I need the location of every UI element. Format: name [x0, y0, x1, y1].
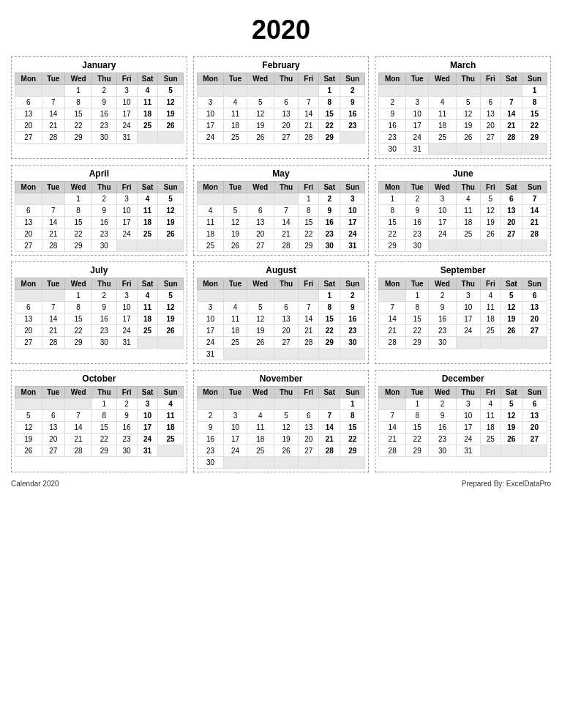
- day-cell: [379, 290, 406, 302]
- footer-right: Prepared By: ExcelDataPro: [462, 480, 551, 488]
- week-row: 21222324252627: [379, 434, 547, 445]
- day-cell: 17: [197, 325, 224, 337]
- day-cell: 23: [92, 325, 116, 337]
- day-cell: 12: [501, 410, 522, 422]
- day-cell: 22: [319, 325, 340, 337]
- day-cell: 22: [64, 120, 91, 132]
- day-cell: 2: [340, 290, 365, 302]
- day-cell: 4: [137, 193, 158, 205]
- day-header-sat: Sat: [319, 182, 340, 193]
- day-cell: 8: [64, 97, 91, 108]
- day-cell: 13: [15, 313, 42, 325]
- day-cell: 24: [116, 120, 137, 132]
- day-header-tue: Tue: [406, 278, 429, 290]
- day-cell: 4: [137, 290, 158, 302]
- day-cell: 1: [92, 398, 116, 410]
- day-header-fri: Fri: [480, 278, 501, 290]
- day-header-thu: Thu: [92, 182, 116, 193]
- day-cell: [299, 85, 319, 97]
- day-cell: 21: [501, 120, 522, 132]
- day-cell: 16: [340, 313, 365, 325]
- day-cell: 1: [406, 290, 429, 302]
- day-cell: 25: [197, 240, 224, 252]
- day-cell: 15: [406, 313, 429, 325]
- week-row: 20212223242526: [15, 229, 184, 240]
- day-cell: 27: [274, 132, 298, 144]
- day-cell: 24: [116, 325, 137, 337]
- day-cell: 24: [456, 325, 480, 337]
- day-cell: 27: [522, 434, 547, 445]
- day-cell: 15: [64, 217, 91, 229]
- day-cell: [247, 193, 274, 205]
- day-header-tue: Tue: [406, 182, 429, 193]
- day-cell: 25: [158, 434, 183, 445]
- day-header-thu: Thu: [92, 73, 116, 85]
- day-cell: [456, 240, 480, 252]
- day-cell: 3: [456, 290, 480, 302]
- day-header-mon: Mon: [197, 182, 224, 193]
- day-header-sat: Sat: [137, 278, 158, 290]
- day-cell: 9: [406, 205, 429, 217]
- day-cell: 20: [501, 217, 522, 229]
- day-cell: 9: [379, 108, 406, 120]
- day-cell: 6: [274, 97, 298, 108]
- day-cell: 29: [319, 337, 340, 349]
- day-cell: 28: [379, 445, 406, 457]
- day-cell: 4: [480, 290, 501, 302]
- day-cell: 7: [64, 410, 91, 422]
- week-row: 12: [197, 85, 365, 97]
- day-cell: [501, 445, 522, 457]
- day-cell: 10: [116, 302, 137, 313]
- day-cell: 14: [274, 217, 298, 229]
- day-cell: 2: [116, 398, 137, 410]
- week-row: 13141516171819: [15, 217, 184, 229]
- month-title: May: [197, 168, 366, 179]
- day-cell: 5: [158, 290, 183, 302]
- day-cell: 16: [116, 422, 137, 434]
- week-row: 11121314151617: [197, 217, 365, 229]
- day-cell: 1: [299, 193, 319, 205]
- day-header-sun: Sun: [158, 73, 183, 85]
- day-cell: 26: [274, 445, 298, 457]
- day-cell: 28: [299, 132, 319, 144]
- day-cell: 18: [480, 313, 501, 325]
- day-cell: 29: [92, 445, 116, 457]
- day-cell: 3: [116, 193, 137, 205]
- day-cell: 9: [340, 302, 365, 313]
- day-cell: [379, 398, 406, 410]
- day-header-mon: Mon: [379, 278, 406, 290]
- day-cell: 28: [42, 132, 64, 144]
- day-cell: 5: [15, 410, 42, 422]
- day-cell: 31: [116, 337, 137, 349]
- day-cell: 24: [406, 132, 429, 144]
- day-header-sat: Sat: [137, 182, 158, 193]
- day-cell: 19: [158, 313, 183, 325]
- day-cell: 30: [319, 240, 340, 252]
- week-row: 20212223242526: [15, 325, 184, 337]
- day-cell: 10: [116, 205, 137, 217]
- month-june: JuneMonTueWedThuFriSatSun123456789101112…: [375, 165, 551, 256]
- day-cell: 22: [64, 325, 91, 337]
- week-row: 20212223242526: [15, 120, 184, 132]
- day-cell: 22: [64, 229, 91, 240]
- day-cell: 15: [340, 422, 365, 434]
- week-row: 3031: [379, 144, 547, 155]
- day-cell: 17: [197, 120, 224, 132]
- day-cell: 12: [224, 217, 247, 229]
- day-cell: 5: [247, 97, 274, 108]
- day-header-mon: Mon: [197, 73, 224, 85]
- day-cell: 30: [429, 337, 456, 349]
- day-cell: 2: [340, 85, 365, 97]
- day-cell: 30: [116, 445, 137, 457]
- week-row: 6789101112: [15, 97, 184, 108]
- day-cell: [319, 398, 340, 410]
- day-cell: 25: [137, 229, 158, 240]
- day-cell: 9: [429, 302, 456, 313]
- month-table: MonTueWedThuFriSatSun1234567891011121314…: [197, 278, 366, 360]
- day-cell: 21: [42, 229, 64, 240]
- day-cell: 23: [340, 325, 365, 337]
- day-cell: 25: [224, 132, 247, 144]
- day-header-sat: Sat: [501, 278, 522, 290]
- week-row: 17181920212223: [197, 120, 365, 132]
- day-cell: 11: [224, 313, 247, 325]
